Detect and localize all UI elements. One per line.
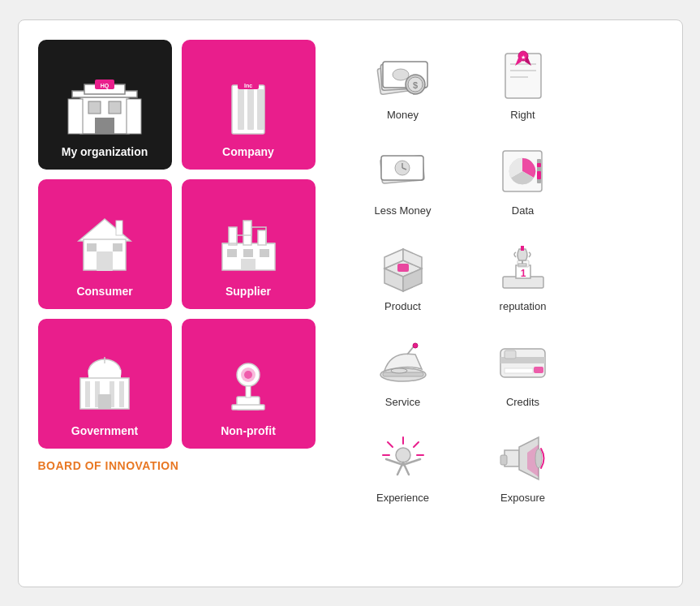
left-panel: HQ My organization [38, 40, 330, 512]
svg-rect-91 [534, 367, 543, 373]
svg-point-43 [244, 371, 252, 379]
card-non-profit[interactable]: Non-profit [182, 319, 316, 449]
reputation-label: reputation [500, 300, 547, 312]
credits-graphic [495, 334, 552, 391]
svg-rect-33 [85, 381, 90, 407]
svg-rect-25 [258, 230, 266, 245]
service-label: Service [385, 396, 420, 408]
supplier-icon [212, 208, 285, 282]
experience-graphic [375, 430, 432, 487]
svg-rect-89 [505, 368, 533, 373]
icon-reputation[interactable]: 1 reputation [466, 231, 580, 320]
svg-rect-24 [243, 221, 251, 245]
product-graphic [375, 239, 432, 295]
svg-rect-13 [257, 89, 264, 130]
grid-row-2: Consumer [38, 179, 330, 309]
svg-point-85 [413, 343, 418, 348]
svg-rect-19 [87, 243, 97, 251]
consumer-label: Consumer [76, 285, 132, 298]
card-my-organization[interactable]: HQ My organization [38, 40, 172, 170]
svg-text:HQ: HQ [101, 83, 110, 89]
icon-row-5: Experience [346, 423, 663, 512]
svg-rect-44 [246, 386, 251, 398]
icon-service[interactable]: Service [346, 327, 460, 416]
non-profit-icon [212, 348, 285, 421]
icon-row-2: Less Money [346, 135, 663, 225]
company-icon: Inc [212, 69, 285, 142]
footer-text: BOARD OF INNOVATION [38, 458, 330, 473]
svg-rect-37 [98, 394, 111, 409]
icon-money[interactable]: $ Money [346, 40, 460, 129]
svg-point-51 [393, 69, 409, 80]
money-graphic: $ [375, 47, 432, 104]
svg-rect-27 [243, 249, 253, 257]
government-icon [68, 348, 141, 421]
icon-exposure[interactable]: Exposure [466, 423, 580, 512]
card-consumer[interactable]: Consumer [38, 179, 172, 309]
svg-rect-3 [95, 118, 114, 134]
icon-row-1: $ Money [346, 40, 663, 129]
company-label: Company [222, 145, 274, 158]
svg-rect-11 [238, 89, 244, 130]
svg-rect-26 [227, 249, 237, 257]
svg-rect-104 [500, 455, 507, 465]
less-money-label: Less Money [374, 204, 431, 217]
svg-rect-31 [88, 370, 121, 378]
icon-right[interactable]: ★ Right [466, 40, 580, 129]
svg-rect-28 [260, 249, 269, 257]
data-graphic [495, 143, 552, 200]
svg-rect-90 [505, 350, 516, 359]
svg-rect-68 [537, 163, 541, 167]
data-label: Data [512, 204, 534, 217]
card-supplier[interactable]: Supplier [182, 179, 316, 309]
my-organization-label: My organization [62, 145, 148, 158]
svg-rect-82 [518, 264, 526, 266]
icon-product[interactable]: Product [346, 231, 460, 320]
svg-rect-1 [88, 101, 101, 114]
exposure-label: Exposure [500, 492, 545, 504]
government-label: Government [71, 424, 138, 437]
svg-text:★: ★ [521, 54, 526, 60]
card-government[interactable]: Government [38, 319, 172, 449]
money-label: Money [387, 109, 419, 121]
icon-row-4: Service [346, 327, 663, 416]
main-container: HQ My organization [18, 19, 683, 587]
product-label: Product [384, 300, 421, 312]
icon-less-money[interactable]: Less Money [346, 135, 460, 225]
svg-text:Inc: Inc [244, 83, 252, 88]
grid-row-3: Government [38, 319, 330, 449]
icon-experience[interactable]: Experience [346, 423, 460, 512]
svg-rect-20 [113, 243, 122, 251]
svg-rect-2 [109, 101, 121, 114]
card-company[interactable]: Inc Company [182, 40, 316, 170]
svg-text:$: $ [412, 80, 417, 90]
svg-line-99 [388, 442, 393, 447]
reputation-graphic: 1 [495, 239, 552, 295]
svg-text:1: 1 [521, 268, 526, 279]
icon-data[interactable]: Data [466, 135, 580, 225]
right-panel: $ Money [346, 40, 663, 512]
svg-rect-80 [521, 246, 524, 251]
svg-rect-21 [116, 221, 122, 235]
supplier-label: Supplier [225, 285, 271, 298]
svg-rect-69 [537, 171, 541, 179]
my-organization-icon: HQ [68, 69, 141, 142]
content-area: HQ My organization [38, 40, 663, 512]
svg-rect-29 [241, 259, 256, 270]
svg-rect-12 [247, 89, 254, 130]
svg-rect-23 [229, 227, 237, 245]
service-graphic [375, 334, 432, 391]
icon-row-3: Product 1 [346, 231, 663, 320]
svg-point-92 [396, 448, 410, 462]
svg-rect-75 [397, 264, 409, 272]
svg-rect-40 [232, 405, 264, 410]
svg-rect-9 [127, 99, 141, 134]
icon-credits[interactable]: Credits [466, 327, 580, 416]
svg-rect-18 [97, 251, 113, 271]
svg-point-86 [391, 368, 407, 373]
svg-point-106 [535, 449, 542, 468]
consumer-icon [68, 208, 141, 282]
experience-label: Experience [376, 492, 429, 504]
non-profit-label: Non-profit [221, 424, 276, 437]
svg-line-98 [414, 442, 419, 447]
